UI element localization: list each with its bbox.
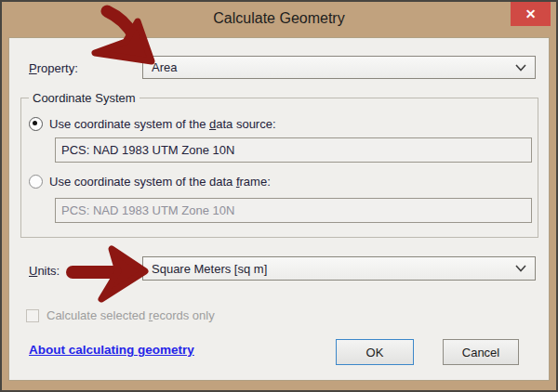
units-label-text: nits:: [37, 264, 60, 278]
calculate-selected-row: Calculate selected records only: [26, 308, 215, 322]
calculate-geometry-dialog: Calculate Geometry ✕ Property: Area Coor…: [0, 0, 558, 392]
close-button[interactable]: ✕: [511, 2, 551, 26]
data-source-radio-row: Use coordinate system of the data source…: [29, 117, 276, 131]
units-access-key: U: [29, 264, 37, 278]
data-source-coordinate-value: PCS: NAD 1983 UTM Zone 10N: [61, 143, 234, 157]
data-frame-radio[interactable]: [29, 175, 43, 189]
calculate-selected-label-post: ecords only: [153, 308, 214, 322]
about-calculating-geometry-link[interactable]: About calculating geometry: [29, 343, 194, 357]
property-dropdown-value: Area: [152, 60, 510, 74]
data-source-label-post: ata source:: [216, 117, 275, 131]
units-dropdown[interactable]: Square Meters [sq m]: [142, 256, 536, 281]
cancel-button[interactable]: Cancel: [443, 339, 519, 365]
property-access-key: P: [29, 61, 37, 75]
chevron-down-icon: [515, 64, 526, 72]
data-source-label: Use coordinate system of the data source…: [49, 117, 276, 131]
calculate-selected-checkbox[interactable]: [26, 309, 39, 322]
calculate-selected-label-pre: Calculate selected: [46, 308, 149, 322]
data-source-label-pre: Use coordinate system of the: [49, 117, 209, 131]
chevron-down-icon: [515, 265, 526, 272]
close-icon: ✕: [525, 7, 537, 20]
dialog-title: Calculate Geometry: [2, 2, 556, 35]
data-frame-label: Use coordinate system of the data frame:: [49, 175, 271, 189]
units-dropdown-value: Square Meters [sq m]: [152, 262, 510, 276]
property-dropdown[interactable]: Area: [142, 56, 536, 79]
ok-button[interactable]: OK: [336, 339, 414, 365]
data-frame-label-pre: Use coordinate system of the data: [49, 175, 236, 189]
title-bar: Calculate Geometry ✕: [2, 2, 556, 37]
calculate-selected-label: Calculate selected records only: [46, 308, 215, 322]
data-source-coordinate-field[interactable]: PCS: NAD 1983 UTM Zone 10N: [55, 137, 532, 163]
dialog-body: Property: Area Coordinate System Use coo…: [8, 37, 550, 381]
data-source-radio[interactable]: [29, 117, 43, 131]
coordinate-system-group: Coordinate System Use coordinate system …: [20, 98, 538, 238]
data-frame-radio-row: Use coordinate system of the data frame:: [29, 175, 271, 189]
data-frame-coordinate-field[interactable]: PCS: NAD 1983 UTM Zone 10N: [55, 198, 532, 223]
property-label-text: roperty:: [37, 61, 78, 75]
property-label: Property:: [29, 61, 78, 75]
data-frame-label-post: rame:: [240, 175, 271, 189]
units-label: Units:: [29, 264, 60, 278]
coordinate-system-group-label: Coordinate System: [29, 91, 140, 105]
data-frame-coordinate-value: PCS: NAD 1983 UTM Zone 10N: [61, 203, 234, 217]
